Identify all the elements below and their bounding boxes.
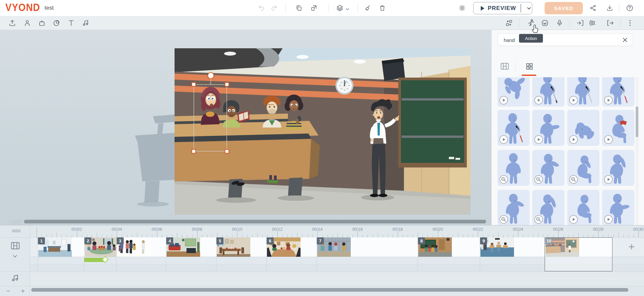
expression-icon[interactable] <box>540 18 550 28</box>
zoom-preview-icon[interactable] <box>534 215 543 224</box>
panel-scrollbar[interactable] <box>636 77 638 225</box>
ruler-tick <box>137 233 137 237</box>
play-preview-icon[interactable] <box>499 135 508 144</box>
track-grid-line <box>266 257 267 271</box>
action-tile[interactable] <box>567 150 599 186</box>
scene-block-8[interactable]: 8 <box>418 237 480 257</box>
more-options-icon[interactable] <box>625 18 635 28</box>
action-tile[interactable] <box>567 110 599 146</box>
play-preview-icon[interactable] <box>499 96 508 105</box>
scene-block-7[interactable]: 7 <box>317 237 418 257</box>
preview-button[interactable]: PREVIEW <box>473 2 532 14</box>
clean-up-icon[interactable] <box>362 3 373 13</box>
action-tile[interactable] <box>497 150 530 186</box>
audio-icon[interactable] <box>80 18 91 28</box>
action-tile[interactable] <box>497 190 530 225</box>
scene-block-6[interactable]: 6 <box>266 237 317 257</box>
text-icon[interactable] <box>66 18 76 28</box>
delete-icon[interactable] <box>377 3 388 13</box>
zoom-preview-icon[interactable] <box>534 175 543 184</box>
clock-prop[interactable] <box>335 77 353 95</box>
timeline-zoom-in-button[interactable]: + <box>18 287 28 295</box>
search-input[interactable] <box>498 34 624 46</box>
tab-grid-view[interactable] <box>524 61 534 71</box>
action-tile[interactable] <box>602 110 634 146</box>
vyond-logo[interactable]: VYOND <box>5 2 40 14</box>
scene-block-10[interactable]: 10 <box>545 237 612 257</box>
motion-path-icon[interactable] <box>587 18 598 28</box>
scene-block-3[interactable]: 3 <box>116 237 166 257</box>
timeline-zoom-out-button[interactable]: − <box>3 287 13 295</box>
panel-scrollbar-thumb[interactable] <box>636 107 638 137</box>
play-preview-icon[interactable] <box>604 135 613 144</box>
layers-chevron-icon[interactable] <box>344 4 351 15</box>
scene-track-icon[interactable] <box>11 241 20 250</box>
help-icon[interactable] <box>624 3 635 13</box>
chalkboard-prop[interactable] <box>398 78 467 167</box>
paste-as-new-icon[interactable] <box>309 3 319 13</box>
scene-block-2[interactable]: 2 <box>84 237 116 257</box>
action-tile[interactable] <box>532 190 565 225</box>
add-scene-button[interactable]: + <box>625 240 638 253</box>
resize-handle-bottom-right[interactable] <box>225 149 229 153</box>
scene-block-4[interactable]: 4 <box>166 237 216 257</box>
preview-chevron-icon[interactable] <box>526 6 532 11</box>
dialog-mic-icon[interactable] <box>554 18 565 28</box>
action-tile[interactable] <box>567 190 599 225</box>
play-preview-icon[interactable] <box>604 215 613 224</box>
scene-block-9[interactable]: 9 <box>480 237 545 257</box>
exit-effect-icon[interactable] <box>605 18 616 28</box>
play-preview-icon[interactable] <box>569 96 578 105</box>
layers-icon[interactable] <box>334 3 345 13</box>
scene-block-5[interactable]: 5 <box>216 237 266 257</box>
action-tile[interactable] <box>602 190 634 225</box>
timeline-scrollbar-thumb[interactable] <box>31 288 628 292</box>
ruler-tick <box>212 235 212 237</box>
resize-handle-top-left[interactable] <box>192 82 196 87</box>
play-preview-icon[interactable] <box>604 96 613 105</box>
scene-track-chevron-icon[interactable] <box>12 254 18 259</box>
settings-gear-icon[interactable] <box>457 3 467 13</box>
canvas-scrollbar-thumb[interactable] <box>24 220 486 223</box>
copy-icon[interactable] <box>294 3 304 13</box>
play-preview-icon[interactable] <box>604 175 613 184</box>
action-tile[interactable] <box>602 150 634 186</box>
play-preview-icon[interactable] <box>569 215 578 224</box>
share-icon[interactable] <box>588 3 598 13</box>
zoom-preview-icon[interactable] <box>499 175 508 184</box>
project-title[interactable]: test <box>45 5 54 11</box>
saved-button[interactable]: SAVED <box>545 2 583 14</box>
redo-icon[interactable] <box>269 3 279 13</box>
swap-icon[interactable] <box>504 18 514 28</box>
play-icon <box>481 6 484 11</box>
play-preview-icon[interactable] <box>534 135 543 144</box>
download-icon[interactable] <box>604 3 615 13</box>
canvas-scrollbar-handle[interactable] <box>11 220 22 223</box>
enter-effect-icon[interactable] <box>575 18 585 28</box>
action-tile[interactable] <box>497 110 530 146</box>
zoom-preview-icon[interactable] <box>569 175 578 184</box>
character-icon[interactable] <box>22 18 33 28</box>
zoom-preview-icon[interactable] <box>499 215 508 224</box>
audio-track-icon[interactable] <box>11 273 20 283</box>
scene-block-1[interactable]: 1 <box>38 237 84 257</box>
resize-handle-top-right[interactable] <box>225 82 229 87</box>
rotation-handle[interactable] <box>207 72 214 79</box>
ruler-tick <box>508 235 508 237</box>
play-preview-icon[interactable] <box>534 96 543 105</box>
tab-detail-view[interactable] <box>500 61 510 71</box>
panel-header <box>492 30 644 77</box>
resize-handle-bottom-left[interactable] <box>192 149 196 153</box>
upload-icon[interactable] <box>7 18 18 28</box>
prop-icon[interactable] <box>37 18 47 28</box>
search-clear-icon[interactable] <box>621 36 629 44</box>
chart-icon[interactable] <box>51 18 62 28</box>
selection-box[interactable] <box>193 84 227 151</box>
undo-icon[interactable] <box>256 3 267 13</box>
ruler-tick <box>332 235 333 237</box>
timeline-resize-grip[interactable] <box>12 230 21 233</box>
play-preview-icon[interactable] <box>569 135 578 144</box>
action-tile[interactable] <box>532 110 565 146</box>
action-tile[interactable] <box>532 150 565 186</box>
ruler-tick <box>563 235 564 237</box>
